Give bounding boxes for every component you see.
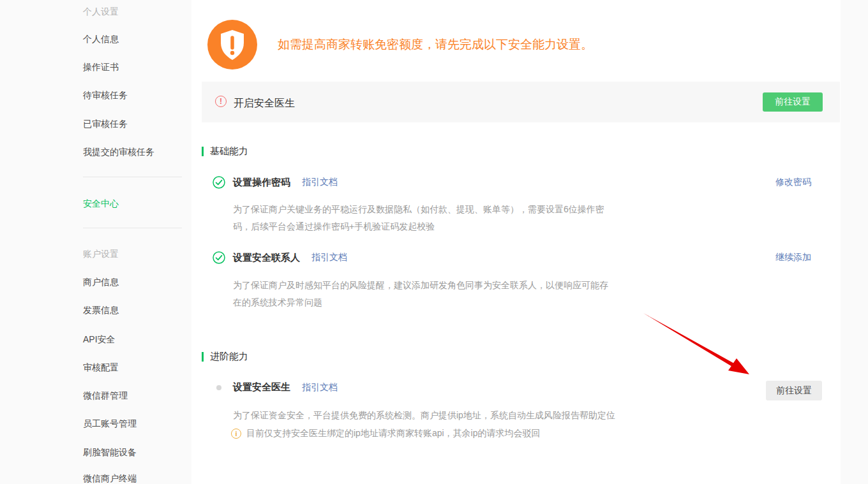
guide-doc-link[interactable]: 指引文档 bbox=[302, 382, 338, 393]
annotation-arrow-icon bbox=[640, 311, 758, 384]
change-password-link[interactable]: 修改密码 bbox=[775, 177, 811, 188]
item-set-security-contact: 设置安全联系人 指引文档 bbox=[213, 251, 347, 264]
sidebar-item-invoice-info[interactable]: 发票信息 bbox=[83, 305, 119, 316]
sidebar-item-security-center[interactable]: 安全中心 bbox=[83, 198, 119, 210]
info-circle-icon: i bbox=[231, 429, 241, 439]
guide-doc-link[interactable]: 指引文档 bbox=[311, 252, 347, 263]
item-set-security-doctor: 设置安全医生 指引文档 bbox=[213, 381, 338, 393]
item-description: 为了保证资金安全，平台提供免费的系统检测。商户提供ip地址，系统自动生成风险报告… bbox=[233, 407, 641, 424]
sidebar-item-merchant-info[interactable]: 商户信息 bbox=[83, 277, 119, 288]
section-advanced-capability: 进阶能力 bbox=[202, 351, 248, 363]
check-circle-icon bbox=[213, 176, 225, 189]
item-set-operation-password: 设置操作密码 指引文档 bbox=[213, 176, 338, 189]
ip-restriction-note: i 目前仅支持安全医生绑定的ip地址请求商家转账api，其余ip的请求均会驳回 bbox=[231, 428, 540, 439]
check-circle-icon bbox=[213, 251, 225, 264]
sidebar-divider bbox=[83, 228, 182, 228]
section-title: 进阶能力 bbox=[210, 351, 248, 363]
error-circle-icon: ! bbox=[215, 96, 227, 107]
item-title: 设置安全医生 bbox=[233, 381, 290, 393]
sidebar-item-operation-cert[interactable]: 操作证书 bbox=[83, 62, 119, 73]
sidebar-item-staff-account-mgmt[interactable]: 员工账号管理 bbox=[83, 418, 137, 430]
section-basic-capability: 基础能力 bbox=[202, 145, 248, 158]
section-accent-bar bbox=[202, 352, 204, 362]
go-to-settings-button-gray[interactable]: 前往设置 bbox=[766, 381, 822, 400]
alert-title: 开启安全医生 bbox=[234, 97, 295, 110]
sidebar-item-wechat-group-mgmt[interactable]: 微信群管理 bbox=[83, 390, 128, 402]
sidebar-group-account-settings: 账户设置 bbox=[83, 249, 119, 260]
section-title: 基础能力 bbox=[210, 145, 248, 158]
sidebar-divider bbox=[83, 177, 182, 177]
guide-doc-link[interactable]: 指引文档 bbox=[302, 177, 338, 188]
sidebar-item-reviewed-tasks[interactable]: 已审核任务 bbox=[83, 119, 128, 130]
item-title: 设置操作密码 bbox=[233, 177, 290, 189]
shield-exclamation-icon bbox=[207, 20, 257, 70]
item-description: 为了保证商户及时感知平台的风险提醒，建议添加研发角色同事为安全联系人，以便响应可… bbox=[233, 277, 616, 311]
section-accent-bar bbox=[202, 147, 204, 156]
security-doctor-alert-bar: ! 开启安全医生 前往设置 bbox=[202, 82, 840, 122]
continue-add-link[interactable]: 继续添加 bbox=[775, 252, 811, 263]
main-content: 如需提高商家转账免密额度，请先完成以下安全能力设置。 ! 开启安全医生 前往设置… bbox=[191, 0, 841, 484]
sidebar-item-pending-tasks[interactable]: 待审核任务 bbox=[83, 90, 128, 101]
pending-dot-icon bbox=[216, 385, 221, 390]
item-description: 为了保证商户关键业务的平稳运行及数据隐私（如付款、提现、账单等），需要设置6位操… bbox=[233, 201, 616, 235]
banner-message: 如需提高商家转账免密额度，请先完成以下安全能力设置。 bbox=[278, 36, 593, 53]
sidebar-item-face-smart-device[interactable]: 刷脸智能设备 bbox=[83, 447, 137, 458]
sidebar-item-personal-info[interactable]: 个人信息 bbox=[83, 34, 119, 45]
sidebar-item-my-submitted-tasks[interactable]: 我提交的审核任务 bbox=[83, 147, 154, 158]
note-text: 目前仅支持安全医生绑定的ip地址请求商家转账api，其余ip的请求均会驳回 bbox=[246, 428, 540, 439]
go-to-settings-button[interactable]: 前往设置 bbox=[763, 92, 823, 112]
sidebar-group-personal-settings: 个人设置 bbox=[83, 6, 119, 18]
sidebar-item-review-config[interactable]: 审核配置 bbox=[83, 362, 119, 374]
sidebar: 个人设置 个人信息 操作证书 待审核任务 已审核任务 我提交的审核任务 安全中心… bbox=[0, 0, 191, 484]
sidebar-item-api-security[interactable]: API安全 bbox=[83, 334, 116, 346]
item-title: 设置安全联系人 bbox=[233, 252, 300, 264]
sidebar-item-wechat-merchant-terminal[interactable]: 微信商户终端 bbox=[83, 473, 137, 484]
